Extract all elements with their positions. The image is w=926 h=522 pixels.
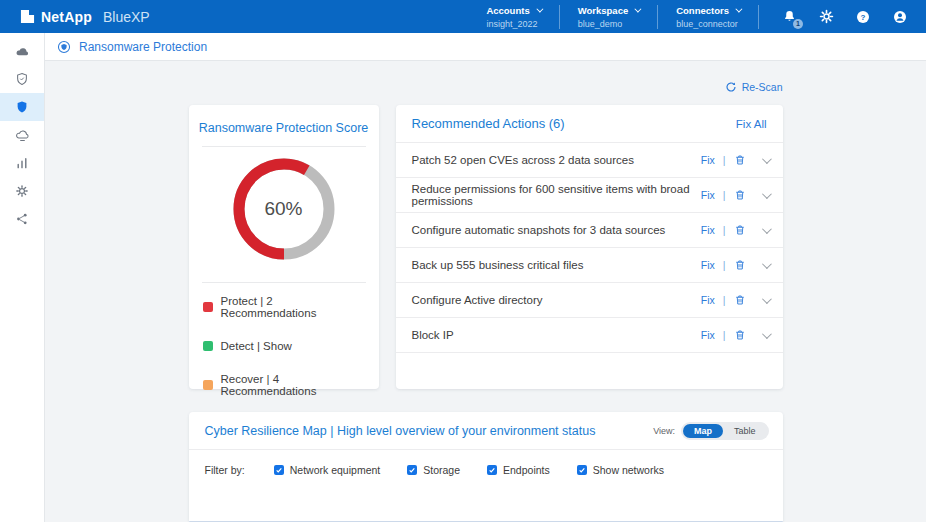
control-separator: |: [723, 294, 726, 306]
cloud-icon: [15, 44, 30, 59]
user-menu-button[interactable]: [890, 7, 910, 27]
trash-icon[interactable]: [734, 154, 746, 166]
action-row: Configure Active directory Fix |: [396, 283, 783, 318]
sidebar-item-canvas[interactable]: [0, 37, 44, 65]
score-value: 60%: [232, 157, 336, 261]
map-filter-row: Filter by: Network equipment Storage: [189, 450, 783, 476]
chevron-down-icon: [735, 5, 742, 12]
cloud-restore-icon: [15, 128, 30, 143]
expand-chevron-icon[interactable]: [761, 259, 771, 269]
expand-chevron-icon[interactable]: [761, 154, 771, 164]
settings-button[interactable]: [816, 7, 836, 27]
action-row: Back up 555 business critical files Fix …: [396, 248, 783, 283]
accounts-menu-value: insight_2022: [486, 19, 540, 29]
connectors-menu-label: Connectors: [676, 5, 729, 16]
user-icon: [892, 9, 908, 25]
expand-chevron-icon[interactable]: [761, 189, 771, 199]
control-separator: |: [723, 189, 726, 201]
header-divider: [758, 5, 759, 29]
sidebar-item-governance[interactable]: [0, 177, 44, 205]
sidebar-item-observability[interactable]: [0, 149, 44, 177]
filter-label-text: Show networks: [593, 464, 664, 476]
legend-item-protect: Protect | 2 Recommendations: [203, 295, 365, 319]
expand-chevron-icon[interactable]: [761, 329, 771, 339]
recover-color-swatch: [203, 380, 213, 390]
workspace-menu-value: blue_demo: [578, 19, 640, 29]
connectors-menu[interactable]: Connectors blue_connector: [658, 5, 758, 29]
filter-network-equipment: Network equipment: [274, 464, 380, 476]
fix-button[interactable]: Fix: [701, 189, 715, 201]
action-text: Configure automatic snapshots for 3 data…: [412, 224, 666, 236]
protect-color-swatch: [203, 302, 213, 312]
page-subheader: Ransomware Protection: [45, 33, 926, 61]
notifications-button[interactable]: 1: [779, 7, 799, 27]
filter-show-networks: Show networks: [577, 464, 664, 476]
fix-button[interactable]: Fix: [701, 294, 715, 306]
divider: [202, 146, 366, 147]
rescan-label: Re-Scan: [742, 81, 783, 93]
fix-all-button[interactable]: Fix All: [736, 118, 767, 130]
trash-icon[interactable]: [734, 294, 746, 306]
help-icon: ?: [855, 9, 871, 25]
view-toggle-table[interactable]: Table: [723, 424, 767, 438]
filter-label-text: Network equipment: [290, 464, 380, 476]
show-networks-checkbox[interactable]: [577, 465, 587, 475]
shield-check-icon: [15, 72, 29, 86]
trash-icon[interactable]: [734, 224, 746, 236]
sidebar-item-health[interactable]: [0, 65, 44, 93]
product-name: BlueXP: [103, 9, 150, 25]
trash-icon[interactable]: [734, 259, 746, 271]
cyber-resilience-map-card: Cyber Resilience Map | High level overvi…: [189, 412, 783, 522]
control-separator: |: [723, 329, 726, 341]
rescan-button[interactable]: Re-Scan: [725, 81, 783, 93]
notification-badge: 1: [793, 19, 803, 29]
filter-endpoints: Endpoints: [487, 464, 550, 476]
fix-button[interactable]: Fix: [701, 329, 715, 341]
check-icon: [578, 466, 586, 474]
left-nav-sidebar: [0, 33, 45, 522]
map-card-title: Cyber Resilience Map | High level overvi…: [205, 424, 596, 438]
netapp-logo-icon: [20, 9, 35, 24]
fix-button[interactable]: Fix: [701, 224, 715, 236]
fix-button[interactable]: Fix: [701, 259, 715, 271]
recommended-actions-card: Recommended Actions (6) Fix All Patch 52…: [396, 105, 783, 389]
trash-icon[interactable]: [734, 329, 746, 341]
filter-label-text: Storage: [423, 464, 460, 476]
trash-icon[interactable]: [734, 189, 746, 201]
sidebar-item-backup-restore[interactable]: [0, 121, 44, 149]
shield-icon: [15, 100, 29, 114]
legend-item-detect[interactable]: Detect | Show: [203, 340, 365, 352]
sidebar-item-ransomware-protection[interactable]: [0, 93, 44, 121]
help-button[interactable]: ?: [853, 7, 873, 27]
legend-recover-label: Recover | 4 Recommendations: [221, 373, 365, 397]
accounts-menu[interactable]: Accounts insight_2022: [468, 5, 558, 29]
page-content: Re-Scan Ransomware Protection Score: [45, 61, 926, 522]
legend-item-recover: Recover | 4 Recommendations: [203, 373, 365, 397]
filter-by-label: Filter by:: [205, 464, 245, 476]
endpoints-checkbox[interactable]: [487, 465, 497, 475]
view-toggle-map[interactable]: Map: [683, 424, 723, 438]
refresh-icon: [725, 81, 737, 93]
expand-chevron-icon[interactable]: [761, 294, 771, 304]
fix-button[interactable]: Fix: [701, 154, 715, 166]
filter-label-text: Endpoints: [503, 464, 550, 476]
brand-name: NetApp: [41, 9, 92, 25]
chevron-down-icon: [635, 5, 642, 12]
bar-chart-icon: [15, 156, 29, 170]
view-label: View:: [653, 426, 675, 436]
action-text: Block IP: [412, 329, 454, 341]
sidebar-item-mobility[interactable]: [0, 205, 44, 233]
workspace-menu[interactable]: Workspace blue_demo: [560, 5, 658, 29]
actions-card-title: Recommended Actions (6): [412, 116, 565, 131]
gear-icon: [15, 184, 29, 198]
action-row: Block IP Fix |: [396, 318, 783, 353]
score-legend: Protect | 2 Recommendations Detect | Sho…: [189, 283, 379, 418]
action-row: Reduce permissions for 600 sensitive ite…: [396, 178, 783, 213]
check-icon: [408, 466, 416, 474]
expand-chevron-icon[interactable]: [761, 224, 771, 234]
storage-checkbox[interactable]: [407, 465, 417, 475]
network-equipment-checkbox[interactable]: [274, 465, 284, 475]
action-row: Configure automatic snapshots for 3 data…: [396, 213, 783, 248]
main-area: Ransomware Protection Re-Scan: [45, 33, 926, 522]
legend-detect-label: Detect | Show: [221, 340, 292, 352]
